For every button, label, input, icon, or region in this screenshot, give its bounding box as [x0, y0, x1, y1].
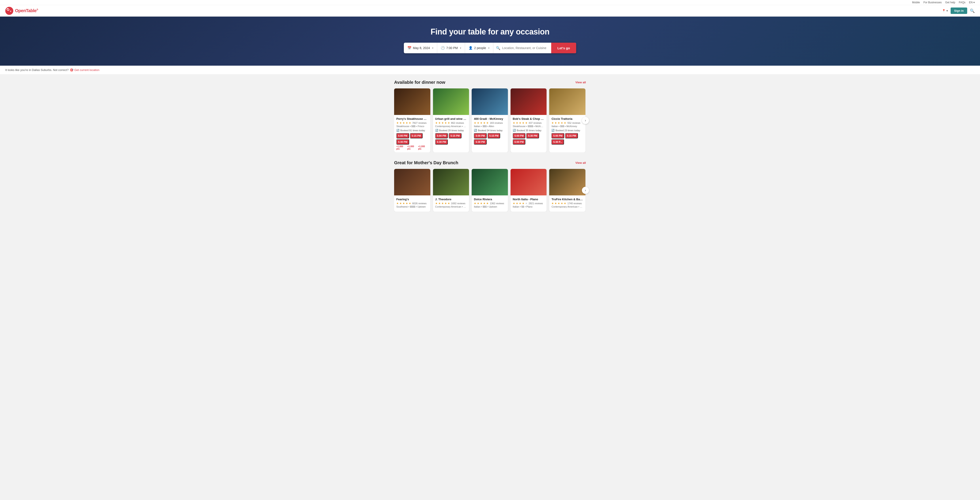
rating-stars: ★★★★★ 1362 reviews: [474, 202, 506, 205]
cards-wrapper: Fearing's ★★★★★ 6026 reviews Southwest •…: [394, 169, 586, 212]
time-slot-button[interactable]: 5:00 PM: [513, 133, 525, 139]
star-full-icon: ★: [555, 121, 557, 124]
star-full-icon: ★: [396, 121, 399, 124]
pts-badge: +1,000 pts: [407, 145, 417, 150]
restaurant-card[interactable]: Bob's Steak & Chop Hous... ★★★★★ 437 rev…: [511, 88, 547, 152]
review-count: 552 reviews: [567, 121, 581, 124]
star-full-icon: ★: [438, 202, 441, 205]
utility-mobile[interactable]: Mobile: [912, 1, 920, 4]
time-slot-button[interactable]: 5:00 PM: [551, 133, 564, 139]
utility-language[interactable]: EN ▾: [969, 1, 975, 4]
sign-in-button[interactable]: Sign in: [951, 8, 967, 14]
review-count: 183 reviews: [490, 121, 503, 124]
restaurant-meta: Contemporary American • $$ ...: [551, 205, 583, 208]
search-input-area[interactable]: 🔍: [493, 46, 551, 50]
restaurant-name: 400 Gradi - McKinney: [474, 117, 506, 121]
location-button[interactable]: 📍 ▾: [942, 9, 948, 13]
get-location-link[interactable]: 🎯 Get current location: [70, 68, 99, 72]
card-body: Perry's Steakhouse & Grill... ★★★★★ 7827…: [394, 115, 430, 152]
section-title: Available for dinner now: [394, 80, 445, 85]
star-full-icon: ★: [474, 121, 476, 124]
card-body: North Italia - Plano ★★★★★ 2821 reviews …: [511, 196, 547, 212]
star-half-icon: ★: [409, 202, 411, 205]
rating-stars: ★★★★★ 6026 reviews: [396, 202, 428, 205]
restaurant-card[interactable]: 400 Gradi - McKinney ★★★★★ 183 reviews I…: [472, 88, 508, 152]
review-count: 437 reviews: [529, 121, 542, 124]
star-full-icon: ★: [402, 121, 405, 124]
cards-row: Perry's Steakhouse & Grill... ★★★★★ 7827…: [394, 88, 586, 152]
view-all-link[interactable]: View all: [576, 81, 586, 84]
time-slot-button[interactable]: 5:00 PM: [396, 133, 409, 139]
restaurant-card[interactable]: North Italia - Plano ★★★★★ 2821 reviews …: [511, 169, 547, 212]
restaurant-card[interactable]: Urban grill and wine bar ... ★★★★★ 862 r…: [433, 88, 469, 152]
time-slots: 5:00 PM5:15 PM5:30 PM: [474, 133, 506, 145]
logo[interactable]: OpenTable®: [5, 7, 38, 15]
star-full-icon: ★: [435, 202, 438, 205]
card-body: Ciccio Trattoria ★★★★★ 552 reviews Itali…: [549, 115, 585, 147]
restaurant-name: Dolce Riviera: [474, 197, 506, 201]
star-full-icon: ★: [441, 202, 444, 205]
star-full-icon: ★: [406, 202, 408, 205]
star-full-icon: ★: [522, 202, 525, 205]
people-chevron-icon: ▾: [488, 47, 490, 49]
utility-faqs[interactable]: FAQs: [959, 1, 966, 4]
card-body: Bob's Steak & Chop Hous... ★★★★★ 437 rev…: [511, 115, 547, 147]
location-notice-text: It looks like you're in Dallas Suburbs. …: [5, 68, 68, 72]
search-input[interactable]: [502, 46, 549, 50]
time-slot-button[interactable]: 5:30 PM: [396, 139, 409, 145]
star-full-icon: ★: [519, 121, 521, 124]
utility-bar: Mobile For Businesses Get help FAQs EN ▾: [0, 0, 980, 5]
star-full-icon: ★: [474, 202, 476, 205]
restaurant-card[interactable]: Dolce Riviera ★★★★★ 1362 reviews Italian…: [472, 169, 508, 212]
rating-stars: ★★★★★ 437 reviews: [513, 121, 544, 124]
time-slot-button[interactable]: 5:15 PM: [565, 133, 578, 139]
restaurant-name: Urban grill and wine bar ...: [435, 117, 467, 121]
star-full-icon: ★: [480, 121, 482, 124]
time-slot-button[interactable]: 5:30 PM: [435, 139, 448, 145]
time-slot-button[interactable]: 5:30 P...: [551, 139, 564, 145]
location-arrow-icon: 🎯: [70, 68, 73, 72]
time-slot-button[interactable]: 5:15 PM: [410, 133, 423, 139]
clock-icon: 🕐: [441, 46, 445, 50]
star-full-icon: ★: [477, 202, 479, 205]
review-count: 1740 reviews: [567, 202, 582, 205]
time-slot-button[interactable]: 5:00 PM: [435, 133, 448, 139]
restaurant-card[interactable]: J. Theodore ★★★★★ 1692 reviews Contempor…: [433, 169, 469, 212]
carousel-next-button[interactable]: ›: [582, 187, 589, 194]
restaurant-card[interactable]: TruFire Kitchen & Bar - H... ★★★★★ 1740 …: [549, 169, 585, 212]
date-picker[interactable]: 📅 May 8, 2024 ▾: [404, 43, 437, 53]
carousel-next-button[interactable]: ›: [582, 117, 589, 124]
view-all-link[interactable]: View all: [576, 161, 586, 164]
star-full-icon: ★: [435, 121, 438, 124]
svg-point-0: [5, 7, 13, 15]
logo-text: OpenTable®: [15, 8, 38, 13]
star-half-icon: ★: [448, 202, 450, 205]
people-value: 2 people: [474, 46, 486, 50]
restaurant-meta: Steakhouse • $$$$ • McKinney: [513, 125, 544, 127]
time-slots: 5:00 PM5:30 PM6:00 PM: [513, 133, 544, 145]
time-slot-button[interactable]: 5:00 PM: [474, 133, 487, 139]
time-slot-button[interactable]: 5:30 PM: [526, 133, 539, 139]
time-slot-button[interactable]: 5:15 PM: [449, 133, 461, 139]
time-slot-button[interactable]: 5:30 PM: [474, 139, 487, 145]
rating-stars: ★★★★★ 1740 reviews: [551, 202, 583, 205]
search-button[interactable]: 🔍: [970, 8, 975, 13]
restaurant-name: J. Theodore: [435, 197, 467, 201]
star-full-icon: ★: [444, 121, 447, 124]
lets-go-button[interactable]: Let's go: [551, 43, 576, 53]
main-nav: OpenTable® 📍 ▾ Sign in 🔍: [0, 5, 980, 17]
time-slot-button[interactable]: 5:15 PM: [488, 133, 500, 139]
time-slot-button[interactable]: 6:00 PM: [513, 139, 525, 145]
utility-for-businesses[interactable]: For Businesses: [923, 1, 942, 4]
pts-badge: +1,000 pts: [418, 145, 428, 150]
people-picker[interactable]: 👤 2 people ▾: [465, 43, 493, 53]
restaurant-card[interactable]: Ciccio Trattoria ★★★★★ 552 reviews Itali…: [549, 88, 585, 152]
review-count: 2821 reviews: [529, 202, 543, 205]
utility-get-help[interactable]: Get help: [945, 1, 955, 4]
star-full-icon: ★: [519, 202, 521, 205]
restaurant-card[interactable]: Fearing's ★★★★★ 6026 reviews Southwest •…: [394, 169, 430, 212]
restaurant-card[interactable]: Perry's Steakhouse & Grill... ★★★★★ 7827…: [394, 88, 430, 152]
time-picker[interactable]: 🕐 7:00 PM ▾: [437, 43, 465, 53]
restaurant-name: Ciccio Trattoria: [551, 117, 583, 121]
restaurant-meta: Italian • $$$ • Uptown: [474, 205, 506, 208]
